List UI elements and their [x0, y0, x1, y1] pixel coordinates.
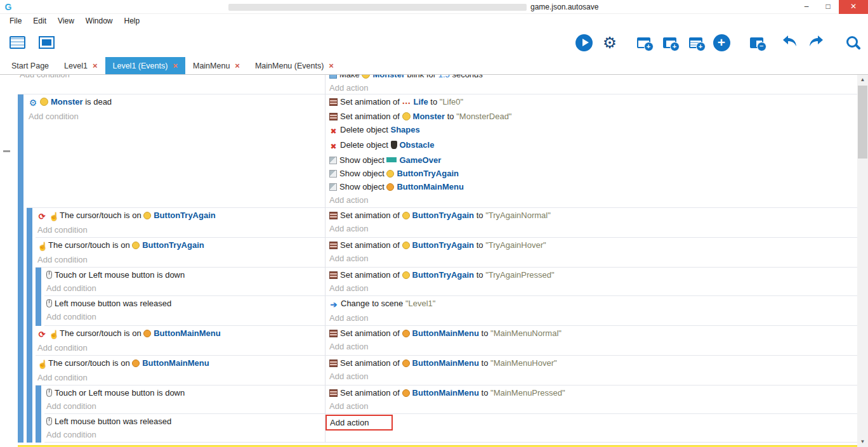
add-condition-button[interactable]: Add condition [37, 341, 325, 354]
conditions-cell[interactable]: The cursor/touch is on ButtonTryAgainAdd… [36, 238, 325, 268]
action-line[interactable]: Set animation of ButtonMainMenu to "Main… [329, 356, 857, 370]
tab-start-page[interactable]: Start Page [4, 57, 56, 74]
undo-button[interactable] [780, 32, 799, 53]
condition-line[interactable]: Left mouse button was released [46, 415, 325, 428]
add-condition-button[interactable]: Add condition [37, 223, 325, 236]
condition-line[interactable]: Touch or Left mouse button is down [46, 386, 325, 399]
add-condition-button[interactable]: Add condition [37, 253, 325, 266]
action-line[interactable]: Change to scene "Level1" [329, 297, 857, 311]
conditions-cell[interactable]: The cursor/touch is on ButtonMainMenuAdd… [36, 356, 325, 385]
add-action-button[interactable]: Add action [329, 311, 857, 325]
actions-cell[interactable]: Make Monster blink for 1.5 secondsAdd ac… [325, 75, 857, 94]
action-line[interactable]: Delete object Shapes [329, 123, 857, 138]
add-condition-button[interactable]: Add condition [46, 428, 325, 441]
toggle-event-button[interactable] [747, 32, 766, 53]
add-subevent-button[interactable] [660, 32, 679, 53]
add-event-button[interactable] [634, 32, 653, 53]
vertical-scrollbar[interactable]: ▲ ▼ [857, 75, 868, 447]
editor-views-button[interactable] [37, 32, 56, 53]
collapse-toggle-icon[interactable] [3, 150, 10, 152]
actions-cell[interactable]: Set animation of ButtonMainMenu to "Main… [325, 385, 857, 414]
add-action-button[interactable]: Add action [329, 340, 857, 353]
scroll-thumb[interactable] [858, 86, 867, 159]
add-condition-button[interactable]: Add condition [20, 75, 325, 81]
search-button[interactable] [843, 32, 862, 53]
scroll-down-arrow[interactable]: ▼ [857, 437, 868, 447]
close-button[interactable]: ✕ [839, 0, 868, 14]
action-line[interactable]: Make Monster blink for 1.5 seconds [329, 75, 857, 81]
action-line[interactable]: Set animation of ButtonTryAgain to "TryA… [329, 209, 857, 222]
menu-view[interactable]: View [52, 16, 80, 25]
maximize-button[interactable]: □ [817, 0, 839, 14]
add-action-button[interactable]: Add action [329, 399, 857, 413]
tab-close-icon[interactable]: × [235, 61, 240, 70]
tab-level1[interactable]: Level1× [56, 57, 105, 74]
conditions-cell[interactable]: Monster is deadAdd condition [27, 94, 325, 208]
action-line[interactable]: Set animation of Life to "Life0" [329, 95, 857, 110]
add-condition-button[interactable]: Add condition [46, 310, 325, 323]
condition-line[interactable]: Monster is dead [29, 95, 325, 110]
actions-cell[interactable]: Set animation of ButtonMainMenu to "Main… [325, 356, 857, 385]
actions-cell[interactable]: Set animation of ButtonTryAgain to "TryA… [325, 208, 857, 238]
tab-level1-events[interactable]: Level1 (Events)× [105, 57, 185, 74]
action-line[interactable]: Set animation of Monster to "MonsterDead… [329, 110, 857, 123]
highlight-box[interactable]: Add action [326, 415, 393, 431]
actions-cell[interactable]: Set animation of Life to "Life0"Set anim… [325, 94, 857, 208]
action-line[interactable]: Show object ButtonMainMenu [329, 180, 857, 193]
add-action-button[interactable]: Add action [329, 415, 857, 431]
add-action-button[interactable]: Add action [329, 222, 857, 235]
add-action-button[interactable]: Add action [329, 81, 857, 94]
menu-edit[interactable]: Edit [27, 16, 52, 25]
debugger-button[interactable] [600, 32, 619, 53]
minimize-button[interactable]: – [796, 0, 817, 14]
action-line[interactable]: Set animation of ButtonTryAgain to "TryA… [329, 238, 857, 252]
tab-close-icon[interactable]: × [173, 61, 178, 70]
actions-cell[interactable]: Change to scene "Level1"Add action [325, 296, 857, 326]
redo-button[interactable] [806, 32, 825, 53]
condition-line[interactable]: The cursor/touch is on ButtonMainMenu [37, 327, 325, 341]
menu-file[interactable]: File [4, 16, 27, 25]
condition-line[interactable]: The cursor/touch is on ButtonMainMenu [37, 356, 325, 371]
action-line[interactable]: Set animation of ButtonMainMenu to "Main… [329, 386, 857, 399]
action-line[interactable]: Set animation of ButtonMainMenu to "Main… [329, 327, 857, 340]
actions-cell[interactable]: Set animation of ButtonMainMenu to "Main… [325, 326, 857, 356]
add-condition-button[interactable]: Add condition [46, 282, 325, 295]
tab-mainmenu-events[interactable]: MainMenu (Events)× [247, 57, 341, 74]
add-other-event-button[interactable] [712, 32, 731, 53]
add-condition-button[interactable]: Add condition [29, 110, 325, 123]
actions-cell[interactable]: Set animation of ButtonTryAgain to "TryA… [325, 238, 857, 268]
scroll-up-arrow[interactable]: ▲ [857, 75, 868, 85]
tab-close-icon[interactable]: × [329, 61, 334, 70]
condition-line[interactable]: Touch or Left mouse button is down [46, 268, 325, 282]
action-line[interactable]: Set animation of ButtonTryAgain to "TryA… [329, 268, 857, 282]
conditions-cell[interactable]: The cursor/touch is on ButtonTryAgainAdd… [36, 208, 325, 238]
play-button[interactable] [574, 32, 593, 53]
conditions-cell[interactable]: Add condition [18, 75, 325, 94]
tab-close-icon[interactable]: × [93, 61, 98, 70]
conditions-cell[interactable]: Left mouse button was releasedAdd condit… [44, 296, 325, 326]
condition-line[interactable]: The cursor/touch is on ButtonTryAgain [37, 238, 325, 253]
conditions-cell[interactable]: Left mouse button was releasedAdd condit… [44, 414, 325, 443]
menu-help[interactable]: Help [119, 16, 146, 25]
conditions-cell[interactable]: The cursor/touch is on ButtonMainMenuAdd… [36, 326, 325, 356]
conditions-cell[interactable]: Touch or Left mouse button is downAdd co… [44, 268, 325, 296]
condition-line[interactable]: Left mouse button was released [46, 297, 325, 310]
add-action-button[interactable]: Add action [329, 252, 857, 265]
add-action-button[interactable]: Add action [329, 370, 857, 383]
action-line[interactable]: Show object ButtonTryAgain [329, 167, 857, 180]
project-manager-button[interactable] [8, 32, 27, 53]
action-line[interactable]: Show object GameOver [329, 153, 857, 167]
action-line[interactable]: Delete object Obstacle [329, 138, 857, 153]
actions-cell[interactable]: Set animation of ButtonTryAgain to "TryA… [325, 268, 857, 296]
conditions-cell[interactable]: Touch or Left mouse button is downAdd co… [44, 385, 325, 414]
toolbar [0, 28, 868, 57]
actions-cell[interactable]: Add action [325, 414, 857, 443]
condition-line[interactable]: The cursor/touch is on ButtonTryAgain [37, 209, 325, 223]
add-condition-button[interactable]: Add condition [37, 371, 325, 384]
tab-mainmenu[interactable]: MainMenu× [185, 57, 247, 74]
add-condition-button[interactable]: Add condition [46, 399, 325, 413]
menu-window[interactable]: Window [80, 16, 119, 25]
add-action-button[interactable]: Add action [329, 282, 857, 295]
add-comment-button[interactable] [686, 32, 705, 53]
add-action-button[interactable]: Add action [329, 193, 857, 207]
